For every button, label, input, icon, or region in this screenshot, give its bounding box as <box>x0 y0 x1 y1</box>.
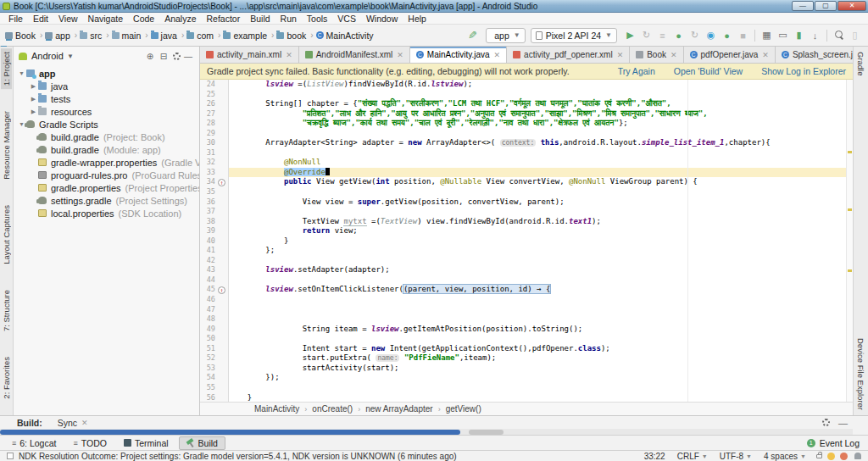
editor-scrollbar[interactable] <box>846 80 853 402</box>
chevron-icon[interactable]: ▶ <box>29 96 38 103</box>
sdk-manager-icon[interactable]: ↓ <box>808 28 822 42</box>
tool-button-resource-manager[interactable]: Resource Manager <box>1 108 12 183</box>
menu-item-refactor[interactable]: Refactor <box>202 14 246 24</box>
menu-item-edit[interactable]: Edit <box>28 14 53 24</box>
tab-pdfopener-java[interactable]: CpdfOpener.java✕ <box>684 47 776 63</box>
tree-item-resources[interactable]: ▶resources <box>14 105 199 118</box>
breadcrumb-app[interactable]: app <box>45 31 70 41</box>
code-line[interactable]: 36 View view = super.getView(position, c… <box>200 197 853 208</box>
tool-button-device-file-explorer[interactable]: Device File Explorer <box>855 335 866 414</box>
chevron-icon[interactable]: ▼ <box>17 70 26 76</box>
tool-window-button-terminal[interactable]: Terminal <box>117 437 175 449</box>
breadcrumb-com[interactable]: com <box>186 31 214 41</box>
run-configuration-select[interactable]: app ▼ <box>486 28 525 43</box>
code-line[interactable]: 45↑ lsview.setOnItemClickListener((paren… <box>200 285 853 295</box>
lock-icon[interactable] <box>816 454 822 458</box>
tool-button-2-favorites[interactable]: 2: Favorites <box>1 353 12 403</box>
override-marker-icon[interactable]: ↑ <box>218 179 225 186</box>
override-marker-icon[interactable]: ↑ <box>218 286 225 294</box>
breadcrumb-example[interactable]: example <box>223 31 267 41</box>
code-line[interactable]: 43 lsview.setAdapter(adapter); <box>200 265 853 275</box>
show-log-link[interactable]: Show Log in Explorer <box>761 66 846 76</box>
tree-item-build-gradle-project-book[interactable]: build.gradle(Project: Book) <box>14 131 199 143</box>
code-line[interactable]: 55 <box>200 383 853 393</box>
close-icon[interactable]: ✕ <box>81 419 88 427</box>
tab-mainactivity-java[interactable]: CMainActivity.java✕ <box>410 47 507 63</box>
notifications-icon[interactable] <box>854 453 861 459</box>
code-line[interactable]: 28 "चक्रवृद्धि ब्याज","कार्य तथा समय","च… <box>200 119 853 129</box>
tool-button-1-project[interactable]: 1: Project <box>1 48 12 89</box>
code-line[interactable]: 35 <box>200 187 853 197</box>
tool-window-button-build[interactable]: Build <box>179 436 225 450</box>
code-line[interactable]: 47 <box>200 305 853 315</box>
code-line[interactable]: 41 }; <box>200 246 853 256</box>
stop-icon[interactable]: ■ <box>736 28 750 42</box>
code-line[interactable]: 33 @Override <box>200 168 853 178</box>
tab-activity-main-xml[interactable]: activity_main.xml✕ <box>200 47 299 63</box>
edit-pencil-icon[interactable]: ✎ <box>468 29 477 42</box>
breadcrumb-mainactivity[interactable]: CMainActivity <box>316 31 374 41</box>
collapse-all-icon[interactable]: ⊟ <box>158 52 170 61</box>
breadcrumb-oncreate[interactable]: onCreate() <box>312 404 353 414</box>
chevron-icon[interactable]: ▶ <box>29 83 38 90</box>
code-line[interactable]: 52 start.putExtra( name: "PdfFieName",it… <box>200 353 853 364</box>
close-icon[interactable]: ✕ <box>494 51 501 59</box>
code-line[interactable]: 48 <box>200 314 853 325</box>
settings-icon[interactable] <box>173 53 181 60</box>
code-line[interactable]: 49 String iteam = lsview.getItemAtPositi… <box>200 325 853 335</box>
menu-item-file[interactable]: File <box>3 14 28 24</box>
code-line[interactable]: 38 TextView mytxt =(TextView) view.findV… <box>200 217 853 227</box>
profile-sessions-icon[interactable]: ▯ <box>848 28 862 42</box>
tab-book[interactable]: Book✕ <box>630 47 683 63</box>
menu-item-code[interactable]: Code <box>128 14 159 24</box>
maximize-button[interactable]: ▢ <box>815 1 837 11</box>
menu-item-analyze[interactable]: Analyze <box>159 14 201 24</box>
settings-icon[interactable] <box>822 419 830 426</box>
code-line[interactable]: 31 <box>200 148 853 158</box>
hide-panel-icon[interactable]: — <box>182 52 194 61</box>
tree-item-local-properties-sdk-location[interactable]: local.properties(SDK Location) <box>14 207 199 219</box>
breadcrumb-mainactivity[interactable]: MainActivity <box>254 404 299 414</box>
breadcrumb-java[interactable]: java <box>151 31 177 41</box>
menu-item-tools[interactable]: Tools <box>302 14 333 24</box>
tab-activity-pdf-opener-xml[interactable]: activity_pdf_opener.xml✕ <box>507 47 630 63</box>
line-ending-widget[interactable]: CRLF▼ <box>677 452 708 461</box>
tree-item-gradle-scripts[interactable]: ▼Gradle Scripts <box>14 118 199 131</box>
attach-debugger-icon[interactable]: ↻ <box>687 28 702 42</box>
menu-item-help[interactable]: Help <box>403 14 431 24</box>
hide-panel-icon[interactable]: — <box>838 418 848 428</box>
code-line[interactable]: 42 <box>200 256 853 266</box>
fatal-error-icon[interactable] <box>840 453 848 460</box>
code-line[interactable]: 44 <box>200 275 853 286</box>
tree-item-tests[interactable]: ▶tests <box>14 92 199 105</box>
tab-androidmanifest-xml[interactable]: AndroidManifest.xml✕ <box>299 47 410 63</box>
close-icon[interactable]: ✕ <box>670 51 677 59</box>
sync-gradle-icon[interactable]: ▦ <box>760 28 774 42</box>
close-button[interactable]: ✕ <box>837 1 866 11</box>
profile-icon[interactable]: ◉ <box>704 28 718 42</box>
tree-item-gradle-properties-project-properties[interactable]: gradle.properties(Project Properties) <box>14 181 199 194</box>
code-line[interactable]: 39 return view; <box>200 226 853 236</box>
tool-button-gradle[interactable]: Gradle <box>855 48 866 80</box>
encoding-widget[interactable]: UTF-8▼ <box>720 452 752 461</box>
sync-tab[interactable]: Sync ✕ <box>54 418 92 428</box>
menu-item-window[interactable]: Window <box>361 14 403 24</box>
open-build-view-link[interactable]: Open 'Build' View <box>674 66 743 76</box>
breadcrumb-book[interactable]: Book <box>5 31 36 41</box>
code-line[interactable]: 27 "प्रतिशत","लाभ और हानि","आयु पर आधारि… <box>200 109 853 119</box>
menu-item-run[interactable]: Run <box>275 14 302 24</box>
tool-window-button-todo[interactable]: ≡TODO <box>66 437 113 449</box>
close-icon[interactable]: ✕ <box>286 51 292 59</box>
minimize-button[interactable]: — <box>792 1 814 11</box>
code-line[interactable]: 30 ArrayAdapter<String> adapter = new Ar… <box>200 138 853 148</box>
menu-item-view[interactable]: View <box>53 14 83 24</box>
tree-item-settings-gradle-project-settings[interactable]: settings.gradle(Project Settings) <box>14 194 199 207</box>
code-line[interactable]: 54 }); <box>200 373 853 383</box>
tool-button-layout-captures[interactable]: Layout Captures <box>1 202 12 268</box>
chevron-icon[interactable]: ▶ <box>29 108 38 115</box>
code-line[interactable]: 29 <box>200 129 853 139</box>
code-line[interactable]: 32 @NonNull <box>200 158 853 168</box>
debug-icon[interactable]: ● <box>671 28 686 42</box>
highlight-level-icon[interactable] <box>827 453 835 460</box>
locate-file-icon[interactable]: ⊕ <box>144 52 156 61</box>
